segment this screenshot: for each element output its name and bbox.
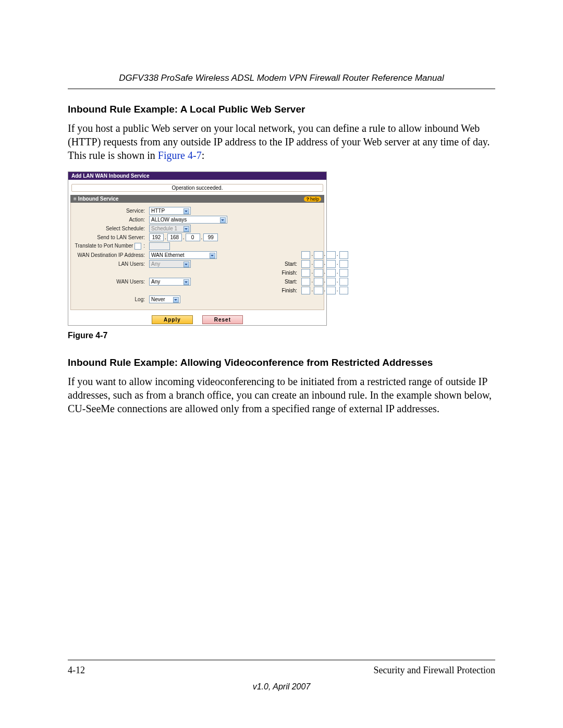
help-label: help	[310, 196, 319, 202]
translate-checkbox[interactable]	[134, 243, 141, 250]
lan-server-ip[interactable]: 192. 168. 0. 99	[149, 233, 243, 241]
section2-paragraph: If you want to allow incoming videoconfe…	[68, 375, 495, 415]
help-button[interactable]: help	[304, 196, 321, 202]
label-lan-users: LAN Users:	[74, 261, 147, 267]
section1-pre: If you host a public Web server on your …	[68, 122, 489, 161]
page-number: 4-12	[68, 665, 85, 676]
schedule-select: Schedule 1	[149, 225, 191, 232]
ip-octet-4[interactable]: 99	[203, 233, 218, 241]
label-log: Log:	[74, 297, 147, 302]
wan-users-select[interactable]: Any	[149, 278, 191, 286]
ui-titlebar: Add LAN WAN Inbound Service	[68, 172, 326, 180]
header-rule	[68, 89, 495, 89]
wan-start-ip: ...	[301, 278, 348, 286]
label-finish-1: Finish:	[268, 270, 299, 276]
lan-start-ip: ...	[301, 260, 348, 268]
manual-header: DGFV338 ProSafe Wireless ADSL Modem VPN …	[68, 73, 495, 83]
wan-dest-select[interactable]: WAN Ethernet	[149, 251, 217, 259]
reset-button[interactable]: Reset	[202, 315, 243, 324]
footer-section-name: Security and Firewall Protection	[374, 665, 495, 676]
figure-screenshot: Add LAN WAN Inbound Service Operation su…	[68, 171, 327, 326]
section-heading-1: Inbound Rule Example: A Local Public Web…	[68, 104, 495, 115]
section-header: ≡ Inbound Service help	[70, 195, 324, 203]
ip-octet-1[interactable]: 192	[149, 233, 164, 241]
label-finish-2: Finish:	[268, 288, 299, 293]
label-service: Service:	[74, 208, 147, 214]
label-translate: Translate to Port Number :	[74, 243, 147, 250]
label-schedule: Select Schedule:	[74, 226, 147, 231]
section1-post: :	[202, 150, 205, 161]
log-select[interactable]: Never	[149, 295, 180, 303]
section1-paragraph: If you host a public Web server on your …	[68, 121, 495, 162]
wan-dest-ip-blank: ...	[301, 251, 348, 259]
section-title: ≡ Inbound Service	[74, 196, 118, 202]
footer-version: v1.0, April 2007	[0, 682, 563, 692]
ip-octet-3[interactable]: 0	[186, 233, 200, 241]
footer-rule	[68, 660, 495, 660]
action-select[interactable]: ALLOW always	[149, 216, 227, 224]
lan-finish-ip: ...	[301, 269, 348, 277]
apply-button[interactable]: Apply	[152, 315, 193, 324]
section-title-text: Inbound Service	[78, 196, 119, 202]
label-wan-dest: WAN Destination IP Address:	[74, 252, 147, 258]
label-wan-users: WAN Users:	[74, 279, 147, 285]
translate-port-input	[149, 242, 170, 250]
figure-caption: Figure 4-7	[68, 331, 495, 340]
label-start-2: Start:	[268, 279, 299, 285]
ip-octet-2[interactable]: 168	[167, 233, 182, 241]
figure-reference-link[interactable]: Figure 4-7	[158, 150, 202, 161]
label-sendto: Send to LAN Server:	[74, 235, 147, 240]
label-start-1: Start:	[268, 261, 299, 267]
button-bar: Apply Reset	[68, 313, 326, 325]
label-action: Action:	[74, 217, 147, 223]
lan-users-select: Any	[149, 260, 191, 268]
section-heading-2: Inbound Rule Example: Allowing Videoconf…	[68, 357, 495, 368]
wan-finish-ip: ...	[301, 287, 348, 294]
service-select[interactable]: HTTP	[149, 207, 191, 215]
status-message: Operation succeeded.	[71, 184, 323, 192]
